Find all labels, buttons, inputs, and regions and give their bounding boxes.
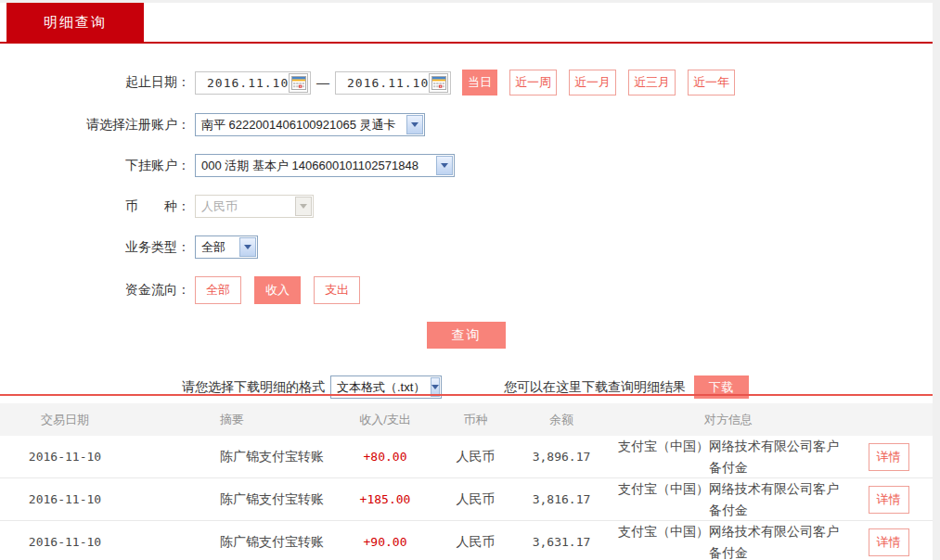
cell-currency: 人民币 xyxy=(441,534,510,551)
start-date-input[interactable]: 2016.11.10 xyxy=(195,71,311,95)
start-date-value: 2016.11.10 xyxy=(196,76,289,90)
quick-range-button-0[interactable]: 当日 xyxy=(462,70,497,95)
currency-row: 币 种： 人民币 xyxy=(0,195,933,218)
header-amount: 收入/支出 xyxy=(329,412,441,428)
detail-button[interactable]: 详情 xyxy=(869,528,909,556)
cell-counterparty: 支付宝（中国）网络技术有限公司客户备付金 xyxy=(612,521,844,560)
header-counterparty: 对方信息 xyxy=(612,409,844,430)
quick-range-button-1[interactable]: 近一周 xyxy=(509,70,557,95)
cell-currency: 人民币 xyxy=(441,491,510,508)
cell-counterparty: 支付宝（中国）网络技术有限公司客户备付金 xyxy=(612,478,844,521)
header-date: 交易日期 xyxy=(0,412,130,428)
sub-account-select[interactable]: 000 活期 基本户 1406600101102571848 xyxy=(195,154,455,177)
query-row: 查询 xyxy=(0,322,933,349)
cell-action: 详情 xyxy=(844,486,933,514)
table-row: 2016-11-10陈广锦支付宝转账+185.00人民币3,816.17支付宝（… xyxy=(0,478,933,521)
chevron-down-icon xyxy=(406,115,423,134)
calendar-icon[interactable] xyxy=(429,73,448,93)
download-format-label: 请您选择下载明细的格式 xyxy=(182,379,325,396)
query-button[interactable]: 查询 xyxy=(427,322,506,349)
fund-flow-label: 资金流向： xyxy=(0,282,195,299)
cell-balance: 3,631.17 xyxy=(510,535,612,549)
date-range-label: 起止日期： xyxy=(0,74,195,91)
table-row: 2016-11-10陈广锦支付宝转账+90.00人民币3,631.17支付宝（中… xyxy=(0,521,933,560)
detail-query-page: 明细查询 起止日期： 2016.11.10 xyxy=(0,0,940,560)
fund-flow-button-2[interactable]: 支出 xyxy=(314,276,360,304)
cell-date: 2016-11-10 xyxy=(0,492,130,506)
cell-summary: 陈广锦支付宝转账 xyxy=(130,534,329,551)
business-type-row: 业务类型： 全部 xyxy=(0,235,933,259)
header-summary: 摘要 xyxy=(130,412,329,428)
cell-amount: +80.00 xyxy=(329,450,441,464)
currency-select-disabled: 人民币 xyxy=(195,195,314,218)
date-range-separator: — xyxy=(316,75,329,90)
chevron-down-icon xyxy=(239,237,256,257)
fund-flow-button-1[interactable]: 收入 xyxy=(254,276,301,304)
register-account-select[interactable]: 南平 6222001406100921065 灵通卡 xyxy=(195,113,425,136)
calendar-icon[interactable] xyxy=(289,73,308,93)
table-row: 2016-11-10陈广锦支付宝转账+80.00人民币3,896.17支付宝（中… xyxy=(0,436,933,478)
download-format-value: 文本格式（.txt） xyxy=(331,379,431,396)
cell-balance: 3,896.17 xyxy=(510,450,612,464)
business-type-label: 业务类型： xyxy=(0,239,195,256)
detail-button[interactable]: 详情 xyxy=(869,486,909,514)
cell-summary: 陈广锦支付宝转账 xyxy=(130,449,329,465)
cell-counterparty: 支付宝（中国）网络技术有限公司客户备付金 xyxy=(612,436,844,478)
cell-date: 2016-11-10 xyxy=(0,450,130,464)
business-type-value: 全部 xyxy=(196,239,239,256)
table-top-divider xyxy=(0,394,933,396)
sub-account-row: 下挂账户： 000 活期 基本户 1406600101102571848 xyxy=(0,154,933,177)
register-account-row: 请选择注册账户： 南平 6222001406100921065 灵通卡 xyxy=(0,113,933,136)
table-body: 2016-11-10陈广锦支付宝转账+80.00人民币3,896.17支付宝（中… xyxy=(0,436,933,560)
fund-flow-row: 资金流向： 全部收入支出 xyxy=(0,276,933,304)
quick-range-button-2[interactable]: 近一月 xyxy=(569,70,616,95)
register-account-label: 请选择注册账户： xyxy=(0,117,195,134)
header-currency: 币种 xyxy=(441,412,510,428)
cell-currency: 人民币 xyxy=(441,449,510,465)
header-balance: 余额 xyxy=(510,412,612,428)
transactions-table: 交易日期 摘要 收入/支出 币种 余额 对方信息 2016-11-10陈广锦支付… xyxy=(0,403,933,560)
fund-flow-buttons: 全部收入支出 xyxy=(195,276,373,304)
cell-amount: +90.00 xyxy=(329,535,441,549)
table-header-row: 交易日期 摘要 收入/支出 币种 余额 对方信息 xyxy=(0,403,933,436)
cell-date: 2016-11-10 xyxy=(0,535,130,549)
chevron-down-icon xyxy=(436,156,453,175)
currency-value: 人民币 xyxy=(196,198,295,215)
tab-label: 明细查询 xyxy=(44,14,107,32)
quick-range-button-4[interactable]: 近一年 xyxy=(688,70,735,95)
fund-flow-button-0[interactable]: 全部 xyxy=(195,276,241,304)
tab-detail-query[interactable]: 明细查询 xyxy=(6,3,144,42)
end-date-value: 2016.11.10 xyxy=(336,76,429,90)
download-hint: 您可以在这里下载查询明细结果 xyxy=(504,379,686,396)
right-scroll-strip[interactable] xyxy=(933,0,940,560)
cell-amount: +185.00 xyxy=(329,492,441,506)
quick-range-button-3[interactable]: 近三月 xyxy=(628,70,676,95)
detail-button[interactable]: 详情 xyxy=(869,443,909,471)
register-account-value: 南平 6222001406100921065 灵通卡 xyxy=(196,117,406,134)
cell-action: 详情 xyxy=(844,528,933,556)
date-range-row: 起止日期： 2016.11.10 xyxy=(0,70,933,95)
quick-range-buttons: 当日近一周近一月近三月近一年 xyxy=(462,70,747,95)
end-date-input[interactable]: 2016.11.10 xyxy=(335,71,451,95)
sub-account-label: 下挂账户： xyxy=(0,158,195,174)
sub-account-value: 000 活期 基本户 1406600101102571848 xyxy=(196,158,436,174)
chevron-down-icon xyxy=(295,197,312,216)
currency-label: 币 种： xyxy=(0,198,195,215)
cell-balance: 3,816.17 xyxy=(510,492,612,506)
cell-summary: 陈广锦支付宝转账 xyxy=(130,491,329,508)
query-form: 起止日期： 2016.11.10 xyxy=(0,44,933,399)
cell-action: 详情 xyxy=(844,443,933,471)
business-type-select[interactable]: 全部 xyxy=(195,235,258,259)
